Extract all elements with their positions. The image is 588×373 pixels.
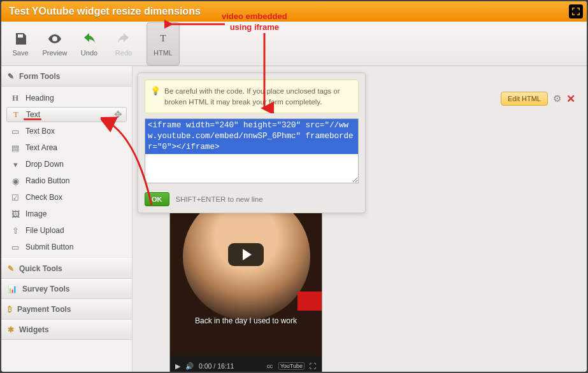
upload-icon: ⇧ bbox=[10, 225, 20, 236]
widget-icon: ✱ bbox=[8, 325, 14, 334]
tool-textbox[interactable]: ▭ Text Box bbox=[6, 123, 127, 139]
fullscreen-button[interactable] bbox=[569, 4, 583, 18]
edit-html-button[interactable]: Edit HTML bbox=[501, 92, 548, 106]
preview-button[interactable]: Preview bbox=[39, 24, 70, 64]
html-label: HTML bbox=[154, 49, 173, 57]
tool-dropdown[interactable]: ▾ Drop Down bbox=[6, 157, 127, 172]
sidebar: ✎ Form Tools H Heading T Text ✥ ▭ Text B… bbox=[1, 66, 133, 372]
section-label: Widgets bbox=[19, 325, 49, 334]
play-icon[interactable] bbox=[228, 243, 264, 266]
video-controls[interactable]: ▶ 🔊 0:00 / 16:11 ㏄ YouTube ⛶ bbox=[170, 356, 322, 373]
save-label: Save bbox=[12, 49, 28, 57]
ok-button[interactable]: OK bbox=[145, 192, 169, 206]
tool-label: Drop Down bbox=[25, 160, 64, 169]
editor-hint: SHIFT+ENTER to new line bbox=[176, 195, 263, 203]
gear-icon[interactable]: ⚙ bbox=[553, 93, 561, 104]
submit-icon: ▭ bbox=[10, 242, 20, 252]
cc-icon[interactable]: ㏄ bbox=[266, 362, 273, 370]
selection-underline bbox=[24, 118, 41, 120]
redo-label: Redo bbox=[115, 49, 132, 57]
tool-checkbox[interactable]: ☑ Check Box bbox=[6, 190, 127, 205]
video-caption: Back in the day I used to work bbox=[195, 316, 297, 325]
tool-image[interactable]: 🖼 Image bbox=[6, 206, 127, 222]
tool-label: Submit Button bbox=[25, 243, 73, 251]
preview-label: Preview bbox=[42, 49, 67, 57]
section-form-tools[interactable]: ✎ Form Tools bbox=[1, 66, 132, 87]
section-payment-tools[interactable]: ₿ Payment Tools bbox=[1, 299, 132, 320]
coins-icon: ₿ bbox=[8, 305, 12, 314]
code-content[interactable]: <iframe width="240" height="320" src="//… bbox=[145, 119, 358, 154]
move-handle-icon[interactable]: ✥ bbox=[114, 109, 122, 120]
wand-icon: ✎ bbox=[8, 264, 14, 273]
redo-button[interactable]: Redo bbox=[108, 24, 139, 64]
checkbox-icon: ☑ bbox=[10, 192, 20, 202]
window-titlebar: Test YOutube widget resize dimensions bbox=[1, 1, 587, 22]
tool-submit[interactable]: ▭ Submit Button bbox=[6, 239, 127, 255]
html-edit-button[interactable]: T HTML bbox=[147, 22, 180, 66]
section-label: Payment Tools bbox=[17, 305, 71, 314]
save-button[interactable]: Save bbox=[5, 24, 36, 64]
volume-icon[interactable]: 🔊 bbox=[185, 362, 194, 370]
tool-label: Radio Button bbox=[25, 176, 69, 185]
form-canvas: video embedded using iframe Edit HTML ⚙ … bbox=[133, 66, 587, 372]
tool-radio[interactable]: ◉ Radio Button bbox=[6, 173, 127, 188]
tool-label: File Upload bbox=[25, 226, 64, 235]
section-quick-tools[interactable]: ✎ Quick Tools bbox=[1, 258, 132, 279]
radio-icon: ◉ bbox=[10, 176, 20, 186]
chart-icon: 📊 bbox=[8, 285, 17, 293]
tool-label: Image bbox=[25, 209, 47, 218]
section-label: Form Tools bbox=[19, 72, 60, 81]
pencil-icon: ✎ bbox=[8, 72, 14, 81]
tool-label: Text Box bbox=[25, 127, 55, 136]
video-time: 0:00 / 16:11 bbox=[199, 362, 234, 370]
video-embed[interactable]: Back in the day I used to work ▶ 🔊 0:00 … bbox=[169, 192, 322, 373]
svg-text:T: T bbox=[160, 32, 166, 43]
textbox-icon: ▭ bbox=[10, 126, 20, 136]
html-editor-popup: Be careful with the code. If you place u… bbox=[138, 73, 366, 213]
fullscreen-icon[interactable]: ⛶ bbox=[310, 362, 317, 370]
tool-label: Text Area bbox=[25, 143, 57, 152]
section-survey-tools[interactable]: 📊 Survey Tools bbox=[1, 279, 132, 299]
text-icon: T bbox=[11, 109, 21, 120]
window-title: Test YOutube widget resize dimensions bbox=[9, 6, 201, 17]
overlay-box bbox=[298, 292, 322, 311]
tool-label: Heading bbox=[25, 94, 54, 102]
textarea-icon: ▤ bbox=[10, 143, 20, 153]
dropdown-icon: ▾ bbox=[10, 159, 20, 169]
tool-text[interactable]: T Text ✥ bbox=[6, 107, 127, 122]
section-label: Survey Tools bbox=[22, 285, 69, 293]
editor-warning: Be careful with the code. If you place u… bbox=[145, 80, 359, 113]
undo-label: Undo bbox=[81, 49, 97, 57]
video-thumbnail[interactable]: Back in the day I used to work bbox=[170, 193, 322, 356]
code-textarea[interactable]: <iframe width="240" height="320" src="//… bbox=[145, 118, 359, 183]
heading-icon: H bbox=[10, 93, 20, 103]
widget-actions: Edit HTML ⚙ ✕ bbox=[501, 92, 575, 106]
play-small-icon[interactable]: ▶ bbox=[175, 362, 180, 370]
main-toolbar: Save Preview Undo Redo T HTML bbox=[1, 22, 587, 66]
section-label: Quick Tools bbox=[19, 264, 62, 273]
close-icon[interactable]: ✕ bbox=[566, 92, 575, 106]
form-tools-list: H Heading T Text ✥ ▭ Text Box ▤ Text Are… bbox=[1, 87, 132, 258]
editor-footer: OK SHIFT+ENTER to new line bbox=[138, 188, 365, 213]
tool-label: Text bbox=[26, 110, 40, 119]
tool-label: Check Box bbox=[25, 193, 62, 202]
section-widgets[interactable]: ✱ Widgets bbox=[1, 320, 132, 340]
undo-button[interactable]: Undo bbox=[74, 24, 104, 64]
image-icon: 🖼 bbox=[10, 209, 20, 219]
tool-textarea[interactable]: ▤ Text Area bbox=[6, 140, 127, 155]
tool-heading[interactable]: H Heading bbox=[6, 90, 127, 106]
tool-upload[interactable]: ⇧ File Upload bbox=[6, 223, 127, 238]
youtube-badge[interactable]: YouTube bbox=[278, 362, 305, 370]
